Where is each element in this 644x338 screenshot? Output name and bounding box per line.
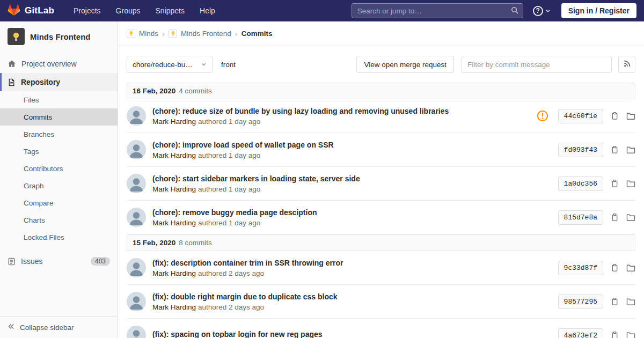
- sidebar-project-link[interactable]: Minds Frontend: [0, 21, 118, 52]
- commit-author-link[interactable]: Mark Harding: [152, 117, 196, 126]
- clipboard-icon: [611, 112, 619, 120]
- commit-sha-link[interactable]: 9c33d87f: [558, 261, 603, 275]
- commit-row: (fix): spacing on topbar login for new r…: [127, 319, 635, 338]
- copy-sha-button[interactable]: [611, 112, 619, 120]
- copy-sha-button[interactable]: [611, 263, 619, 272]
- copy-sha-button[interactable]: [611, 179, 619, 188]
- sidebar-item-compare[interactable]: Compare: [0, 194, 118, 211]
- branch-selector-dropdown[interactable]: chore/reduce-bu…: [127, 56, 213, 73]
- commit-author-avatar[interactable]: [127, 258, 146, 277]
- view-open-merge-request-button[interactable]: View open merge request: [356, 56, 454, 73]
- sidebar-item-graph[interactable]: Graph: [0, 177, 118, 194]
- commit-author-avatar[interactable]: [127, 292, 146, 311]
- commit-list: 16 Feb, 2020 4 commits (chore): reduce s…: [118, 83, 644, 338]
- sidebar-project-name: Minds Frontend: [30, 32, 91, 41]
- commit-title-link[interactable]: (fix): spacing on topbar login for new r…: [152, 330, 550, 338]
- commit-sha-link[interactable]: 44c60f1e: [558, 109, 603, 123]
- group-avatar: [127, 30, 135, 38]
- commit-title-link[interactable]: (chore): improve load speed of wallet pa…: [152, 141, 550, 149]
- commit-meta: Mark Hardingauthored 1 day ago: [152, 219, 550, 227]
- sidebar-item-charts[interactable]: Charts: [0, 211, 118, 229]
- commit-author-avatar[interactable]: [127, 326, 146, 338]
- pipeline-status-warning-icon[interactable]: [537, 110, 548, 122]
- project-avatar: [8, 28, 25, 45]
- commits-feed-button[interactable]: [618, 56, 635, 73]
- commit-author-avatar[interactable]: [127, 174, 146, 193]
- chevron-down-icon: [201, 61, 207, 69]
- clipboard-icon: [611, 179, 619, 188]
- commit-author-avatar[interactable]: [127, 208, 146, 227]
- copy-sha-button[interactable]: [611, 297, 619, 306]
- commit-title-link[interactable]: (chore): reduce size of bundle by using …: [152, 107, 528, 115]
- clipboard-icon: [611, 263, 619, 272]
- commit-author-avatar[interactable]: [127, 106, 146, 126]
- commit-meta: Mark Hardingauthored 2 days ago: [152, 303, 550, 311]
- copy-sha-button[interactable]: [611, 145, 619, 154]
- commit-sha-link[interactable]: fd093f43: [558, 143, 603, 157]
- commit-author-link[interactable]: Mark Harding: [152, 185, 196, 193]
- sidebar-item-contributors[interactable]: Contributors: [0, 160, 118, 177]
- commit-title-link[interactable]: (fix): double right margin due to duplic…: [152, 292, 550, 301]
- breadcrumb: Minds › Minds Frontend › Commits: [118, 21, 644, 46]
- help-menu-toggle[interactable]: ?: [533, 6, 551, 16]
- commit-row: (fix): description container trim in SSR…: [127, 251, 635, 285]
- copy-sha-button[interactable]: [611, 213, 619, 222]
- browse-files-button[interactable]: [626, 112, 635, 120]
- sidebar-item-repository[interactable]: Repository: [0, 73, 118, 91]
- commit-title-link[interactable]: (chore): remove buggy media page descipt…: [152, 208, 550, 217]
- commit-author-link[interactable]: Mark Harding: [152, 219, 196, 227]
- commit-row: (chore): remove buggy media page descipt…: [127, 201, 635, 234]
- commit-author-link[interactable]: Mark Harding: [152, 303, 196, 311]
- browse-files-button[interactable]: [626, 298, 635, 306]
- commit-author-link[interactable]: Mark Harding: [152, 269, 196, 277]
- sidebar-item-branches[interactable]: Branches: [0, 126, 118, 143]
- search-input[interactable]: [352, 3, 523, 18]
- nav-link-groups[interactable]: Groups: [116, 6, 141, 15]
- folder-icon: [626, 146, 635, 154]
- sidebar-item-project-overview[interactable]: Project overview: [0, 55, 118, 73]
- lightbulb-icon: [11, 32, 21, 41]
- browse-files-button[interactable]: [626, 332, 635, 338]
- breadcrumb-project-link[interactable]: Minds Frontend: [181, 30, 231, 38]
- breadcrumb-group-link[interactable]: Minds: [139, 30, 158, 38]
- top-navbar: GitLab Projects Groups Snippets Help ? S…: [0, 0, 644, 21]
- repo-root-link[interactable]: front: [221, 61, 236, 69]
- sidebar-item-issues[interactable]: Issues 403: [0, 252, 118, 270]
- commit-title-link[interactable]: (chore): start sidebar markers in loadin…: [152, 174, 550, 183]
- commit-row: (chore): reduce size of bundle by using …: [127, 99, 635, 133]
- browse-files-button[interactable]: [626, 214, 635, 222]
- tanuki-icon: [8, 4, 20, 18]
- commit-author-link[interactable]: Mark Harding: [152, 151, 196, 159]
- nav-link-help[interactable]: Help: [200, 6, 215, 15]
- clipboard-icon: [611, 297, 619, 306]
- breadcrumb-separator: ›: [235, 29, 238, 38]
- copy-sha-button[interactable]: [611, 331, 619, 338]
- commits-controls: chore/reduce-bu… front View open merge r…: [118, 56, 644, 73]
- repository-icon: [8, 78, 16, 86]
- commit-sha-link[interactable]: 815d7e8a: [558, 210, 603, 225]
- commit-filter-input[interactable]: [462, 56, 612, 73]
- sidebar-item-tags[interactable]: Tags: [0, 143, 118, 160]
- commit-sha-link[interactable]: 1a0dc356: [558, 177, 603, 191]
- commit-row: (fix): double right margin due to duplic…: [127, 285, 635, 319]
- commit-sha-link[interactable]: 98577295: [558, 295, 603, 309]
- commit-author-avatar[interactable]: [127, 140, 146, 159]
- nav-link-snippets[interactable]: Snippets: [156, 6, 185, 15]
- navbar-links: Projects Groups Snippets Help: [74, 6, 215, 15]
- browse-files-button[interactable]: [626, 264, 635, 272]
- collapse-icon: [8, 323, 14, 332]
- browse-files-button[interactable]: [626, 180, 635, 188]
- collapse-sidebar-button[interactable]: Collapse sidebar: [0, 316, 118, 338]
- commit-meta: Mark Hardingauthored 2 days ago: [152, 269, 550, 277]
- folder-icon: [626, 332, 635, 338]
- commit-title-link[interactable]: (fix): description container trim in SSR…: [152, 259, 550, 267]
- nav-link-projects[interactable]: Projects: [74, 6, 101, 15]
- sidebar-item-locked-files[interactable]: Locked Files: [0, 229, 118, 246]
- sidebar-item-files[interactable]: Files: [0, 91, 118, 108]
- commit-sha-link[interactable]: 4a673ef2: [558, 328, 603, 338]
- gitlab-logo[interactable]: GitLab: [8, 4, 54, 18]
- sign-in-register-button[interactable]: Sign in / Register: [561, 3, 636, 18]
- sidebar-item-commits[interactable]: Commits: [0, 108, 118, 126]
- folder-icon: [626, 112, 635, 120]
- browse-files-button[interactable]: [626, 146, 635, 154]
